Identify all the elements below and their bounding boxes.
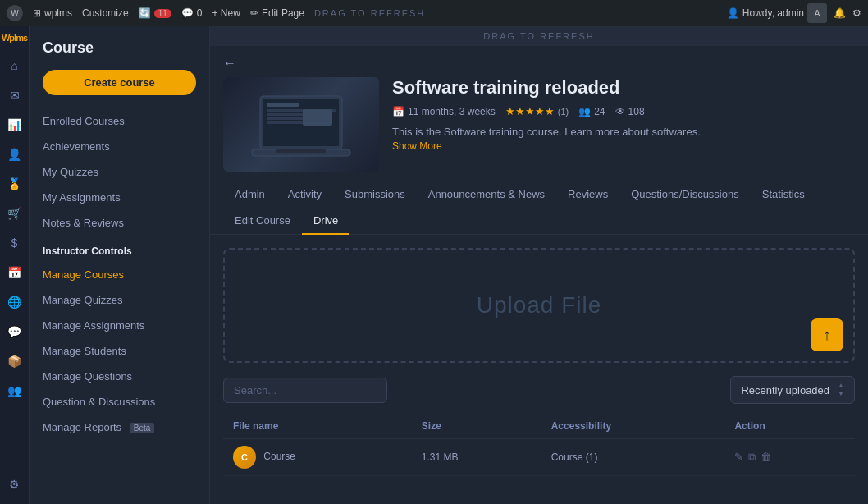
back-button[interactable]: ← — [223, 56, 855, 71]
calendar-icon: 📅 — [392, 106, 404, 117]
sidebar-item-manage-quizzes[interactable]: Manage Quizzes — [30, 287, 209, 313]
customize-link[interactable]: Customize — [82, 7, 129, 19]
tab-reviews[interactable]: Reviews — [556, 181, 619, 208]
sidebar-icon-group[interactable]: 👥 — [2, 378, 28, 404]
wp-logo-icon[interactable]: W — [7, 5, 23, 21]
sort-dropdown[interactable]: Recently uploaded ▲ ▼ — [730, 376, 855, 404]
sidebar-icon-gear[interactable]: ⚙ — [2, 471, 28, 497]
course-duration: 📅 11 months, 3 weeks — [392, 106, 496, 117]
left-sidebar: Course Create course Enrolled Courses Ac… — [30, 26, 210, 504]
sidebar-icon-message[interactable]: 💬 — [2, 318, 28, 345]
col-accessibility: Accessibility — [541, 414, 725, 439]
settings-bar-icon[interactable]: ⚙ — [852, 7, 861, 19]
sidebar-item-enrolled-courses[interactable]: Enrolled Courses — [30, 108, 209, 134]
sort-up-icon: ▲ — [838, 383, 844, 389]
howdy-admin[interactable]: 👤 Howdy, admin A — [727, 3, 827, 23]
admin-avatar: A — [807, 3, 827, 23]
notifications-icon[interactable]: 🔔 — [834, 7, 846, 19]
sidebar-item-manage-students[interactable]: Manage Students — [30, 338, 209, 364]
sort-arrows: ▲ ▼ — [838, 383, 844, 397]
sidebar-icon-mail[interactable]: ✉ — [2, 82, 28, 108]
laptop-svg — [244, 88, 359, 162]
col-action: Action — [724, 414, 855, 439]
col-size: Size — [412, 414, 541, 439]
course-tabs: Admin Activity Submissions Announcements… — [210, 181, 868, 235]
course-info-row: Software training reloaded 📅 11 months, … — [223, 77, 855, 172]
tab-activity[interactable]: Activity — [276, 181, 333, 208]
tab-drive[interactable]: Drive — [302, 208, 349, 235]
course-students: 👥 24 — [578, 106, 605, 117]
create-course-button[interactable]: Create course — [43, 70, 196, 95]
upload-dropzone[interactable]: Upload File ↑ — [223, 248, 855, 363]
tab-statistics[interactable]: Statistics — [751, 181, 816, 208]
sidebar-item-manage-assignments[interactable]: Manage Assignments — [30, 313, 209, 338]
course-thumbnail — [223, 77, 379, 172]
svg-rect-2 — [267, 103, 299, 107]
edit-file-icon[interactable]: ✎ — [734, 451, 743, 464]
svg-rect-7 — [303, 109, 332, 126]
show-more-link[interactable]: Show More — [392, 140, 855, 152]
edit-page-link[interactable]: ✏ Edit Page — [250, 7, 304, 19]
course-views: 👁 108 — [615, 106, 645, 117]
delete-file-icon[interactable]: 🗑 — [761, 451, 771, 464]
sidebar-item-manage-courses[interactable]: Manage Courses — [30, 262, 209, 287]
svg-rect-9 — [276, 149, 326, 153]
sort-down-icon: ▼ — [838, 391, 844, 397]
sidebar-icon-home[interactable]: ⌂ — [2, 53, 28, 79]
sidebar-icon-globe[interactable]: 🌐 — [2, 289, 28, 315]
sidebar-icon-dollar[interactable]: $ — [2, 230, 28, 256]
action-icons: ✎ ⧉ 🗑 — [734, 451, 845, 464]
updates-link[interactable]: 🔄 11 — [139, 7, 171, 19]
sidebar-icon-badge[interactable]: 🏅 — [2, 171, 28, 197]
admin-bar-right: 👤 Howdy, admin A 🔔 ⚙ — [727, 3, 861, 23]
file-table: File name Size Accessibility Action C Co… — [223, 414, 855, 476]
file-name-label: Course — [263, 451, 295, 462]
file-search-input[interactable] — [223, 378, 387, 403]
sidebar-item-achievements[interactable]: Achievements — [30, 134, 209, 159]
sidebar-item-manage-reports[interactable]: Manage Reports Beta — [30, 415, 209, 440]
course-meta: 📅 11 months, 3 weeks ★★★★★ (1) 👥 24 — [392, 105, 855, 117]
tab-submissions[interactable]: Submissions — [333, 181, 417, 208]
copy-file-icon[interactable]: ⧉ — [748, 451, 756, 464]
sidebar-item-question-discussions[interactable]: Question & Discussions — [30, 389, 209, 415]
sidebar-item-my-quizzes[interactable]: My Quizzes — [30, 159, 209, 185]
sidebar-icon-user[interactable]: 👤 — [2, 141, 28, 167]
file-list-header: Recently uploaded ▲ ▼ — [223, 376, 855, 404]
upload-zone-text: Upload File — [477, 292, 602, 318]
new-link[interactable]: + New — [212, 7, 240, 19]
tab-edit-course[interactable]: Edit Course — [223, 208, 302, 235]
course-title: Software training reloaded — [392, 77, 855, 99]
tab-announcements-news[interactable]: Announcements & News — [417, 181, 556, 208]
drag-to-refresh-bar[interactable]: DRAG TO REFRESH — [210, 26, 868, 46]
beta-badge: Beta — [130, 423, 155, 433]
table-row: C Course 1.31 MB Course (1) ✎ ⧉ 🗑 — [223, 439, 855, 476]
users-icon: 👥 — [578, 106, 591, 117]
upload-icon: ↑ — [824, 327, 831, 344]
col-filename: File name — [223, 414, 412, 439]
sidebar-icon-box[interactable]: 📦 — [2, 348, 28, 374]
sidebar-icon-chart[interactable]: 📊 — [2, 112, 28, 138]
file-size-cell: 1.31 MB — [412, 439, 541, 476]
admin-bar: W ⊞ wplms Customize 🔄 11 💬 0 + New ✏ Edi… — [0, 0, 868, 26]
course-rating: ★★★★★ (1) — [505, 105, 569, 117]
sidebar-icon-calendar[interactable]: 📅 — [2, 259, 28, 286]
sort-label: Recently uploaded — [741, 384, 829, 396]
course-details: Software training reloaded 📅 11 months, … — [392, 77, 855, 172]
sidebar-item-my-assignments[interactable]: My Assignments — [30, 185, 209, 210]
tab-questions-discussions[interactable]: Questions/Discussions — [619, 181, 751, 208]
sidebar-icon-cart[interactable]: 🛒 — [2, 200, 28, 227]
main-content: DRAG TO REFRESH ← — [210, 26, 868, 504]
sidebar-title: Course — [30, 39, 209, 70]
icon-sidebar: Wplms ⌂ ✉ 📊 👤 🏅 🛒 $ 📅 🌐 💬 📦 👥 ⚙ — [0, 26, 30, 504]
svg-rect-6 — [267, 121, 308, 124]
tab-admin[interactable]: Admin — [223, 181, 276, 208]
site-name[interactable]: ⊞ wplms — [33, 7, 72, 19]
sidebar-item-manage-questions[interactable]: Manage Questions — [30, 364, 209, 389]
file-accessibility-cell: Course (1) — [541, 439, 725, 476]
file-action-cell: ✎ ⧉ 🗑 — [724, 439, 855, 476]
comments-link[interactable]: 💬 0 — [181, 7, 203, 19]
admin-bar-left: W ⊞ wplms Customize 🔄 11 💬 0 + New ✏ Edi… — [7, 5, 425, 21]
sidebar-item-notes-reviews[interactable]: Notes & Reviews — [30, 210, 209, 236]
thumbnail-image — [223, 77, 379, 172]
upload-button[interactable]: ↑ — [811, 318, 843, 351]
